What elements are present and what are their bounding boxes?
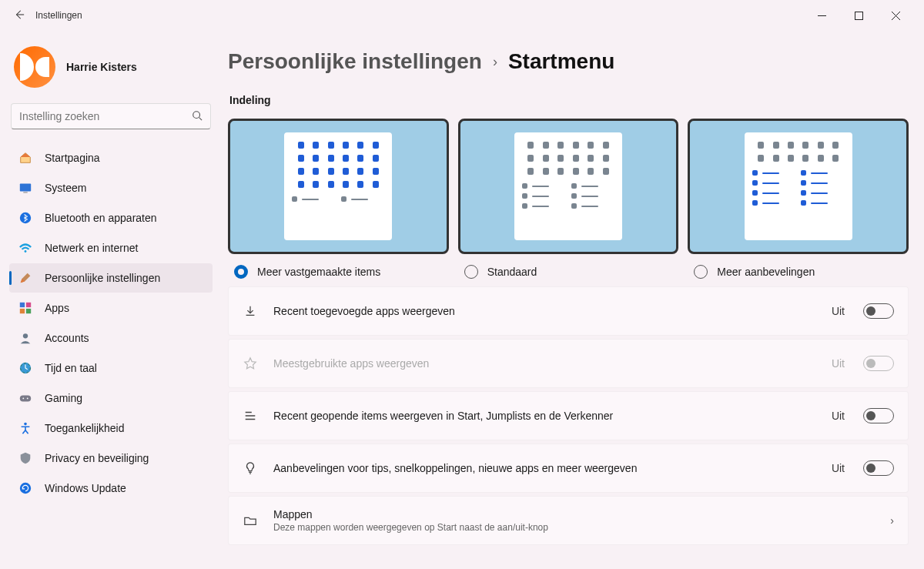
toggle-state: Uit — [832, 462, 845, 474]
nav-label: Tijd en taal — [45, 362, 97, 374]
layout-preview — [228, 119, 449, 254]
minimize-button[interactable] — [810, 4, 833, 27]
nav-accessibility[interactable]: Toegankelijkheid — [9, 413, 213, 443]
radio-icon — [234, 265, 248, 279]
row-recent-apps: Recent toegevoegde apps weergeven Uit — [228, 286, 909, 336]
nav-label: Toegankelijkheid — [45, 422, 125, 434]
folder-icon — [243, 514, 258, 527]
nav-bluetooth[interactable]: Bluetooth en apparaten — [9, 203, 213, 233]
chevron-right-icon: › — [493, 54, 497, 70]
nav-home[interactable]: Startpagina — [9, 143, 213, 172]
close-button[interactable] — [884, 4, 907, 27]
svg-point-17 — [20, 483, 31, 494]
bluetooth-icon — [18, 211, 32, 225]
search-icon — [192, 110, 203, 123]
toggle-state: Uit — [832, 305, 845, 317]
toggle[interactable] — [863, 303, 894, 319]
radio-label: Meer aanbevelingen — [717, 266, 815, 278]
user-block[interactable]: Harrie Kisters — [9, 38, 213, 103]
nav-label: Accounts — [45, 332, 89, 344]
nav-network[interactable]: Netwerk en internet — [9, 233, 213, 263]
row-recent-items: Recent geopende items weergeven in Start… — [228, 391, 909, 440]
page-title: Startmenu — [508, 49, 614, 74]
svg-rect-2 — [20, 184, 31, 192]
system-icon — [18, 181, 32, 195]
back-button[interactable] — [14, 9, 35, 22]
layout-preview — [688, 119, 909, 254]
svg-point-5 — [25, 250, 27, 253]
search-box[interactable] — [11, 103, 211, 129]
row-label: Recent geopende items weergeven in Start… — [273, 410, 816, 422]
nav-label: Startpagina — [45, 152, 100, 164]
radio-default[interactable]: Standaard — [458, 254, 679, 286]
nav-update[interactable]: Windows Update — [9, 474, 213, 503]
toggle[interactable] — [863, 408, 894, 423]
row-folders[interactable]: Mappen Deze mappen worden weergegeven op… — [228, 496, 909, 545]
accounts-icon — [18, 331, 32, 345]
svg-rect-9 — [26, 309, 31, 313]
nav-gaming[interactable]: Gaming — [9, 383, 213, 413]
layout-option-more-recommendations[interactable]: Meer aanbevelingen — [688, 119, 909, 286]
layout-option-more-pinned[interactable]: Meer vastgemaakte items — [228, 119, 449, 286]
breadcrumb: Persoonlijke instellingen › Startmenu — [228, 38, 909, 80]
titlebar: Instellingen — [0, 0, 924, 31]
toggle[interactable] — [863, 460, 894, 476]
nav-label: Privacy en beveiliging — [45, 452, 149, 464]
nav-label: Bluetooth en apparaten — [45, 212, 157, 224]
nav-label: Apps — [45, 302, 69, 314]
svg-rect-7 — [26, 303, 31, 307]
toggle-state: Uit — [832, 410, 845, 422]
nav-personalization[interactable]: Persoonlijke instellingen — [9, 263, 213, 293]
radio-more-recommendations[interactable]: Meer aanbevelingen — [688, 254, 909, 286]
accessibility-icon — [18, 421, 32, 435]
nav-apps[interactable]: Apps — [9, 293, 213, 323]
privacy-icon — [18, 451, 32, 465]
nav-label: Systeem — [45, 182, 86, 194]
lightbulb-icon — [243, 461, 258, 475]
svg-point-15 — [27, 398, 28, 400]
layout-option-default[interactable]: Standaard — [458, 119, 679, 286]
list-icon — [243, 409, 258, 423]
row-title: Mappen — [273, 508, 875, 520]
row-label: Aanbevelingen voor tips, snelkoppelingen… — [273, 462, 816, 474]
maximize-button[interactable] — [847, 4, 870, 27]
nav-label: Windows Update — [45, 482, 126, 494]
time-icon — [18, 361, 32, 375]
radio-more-pinned[interactable]: Meer vastgemaakte items — [228, 254, 449, 286]
nav: Startpagina Systeem Bluetooth en apparat… — [9, 143, 213, 503]
gaming-icon — [18, 391, 32, 405]
nav-accounts[interactable]: Accounts — [9, 323, 213, 353]
row-most-used-apps: Meestgebruikte apps weergeven Uit — [228, 339, 909, 388]
star-icon — [243, 356, 258, 370]
toggle — [863, 356, 894, 371]
svg-point-16 — [24, 423, 27, 426]
svg-rect-8 — [20, 309, 25, 313]
nav-label: Gaming — [45, 392, 82, 404]
radio-label: Meer vastgemaakte items — [257, 266, 380, 278]
search-input[interactable] — [19, 110, 192, 122]
svg-rect-0 — [855, 12, 862, 19]
section-label-layout: Indeling — [228, 80, 909, 109]
user-name: Harrie Kisters — [66, 61, 137, 73]
chevron-right-icon: › — [890, 514, 894, 527]
nav-privacy[interactable]: Privacy en beveiliging — [9, 443, 213, 473]
row-label: Recent toegevoegde apps weergeven — [273, 305, 816, 317]
apps-icon — [18, 301, 32, 315]
svg-rect-6 — [20, 303, 25, 307]
breadcrumb-parent[interactable]: Persoonlijke instellingen — [228, 49, 482, 74]
svg-rect-13 — [20, 395, 31, 401]
nav-time-language[interactable]: Tijd en taal — [9, 353, 213, 383]
update-icon — [18, 481, 32, 495]
svg-point-14 — [22, 398, 24, 400]
sidebar: Harrie Kisters Startpagina Systeem Bluet… — [0, 31, 222, 569]
window-controls — [810, 4, 916, 27]
nav-system[interactable]: Systeem — [9, 173, 213, 202]
svg-point-10 — [23, 333, 28, 338]
app-title: Instellingen — [35, 10, 82, 21]
layout-preview — [458, 119, 679, 254]
nav-label: Persoonlijke instellingen — [45, 272, 160, 284]
toggle-state: Uit — [832, 357, 845, 370]
radio-icon — [464, 265, 478, 279]
home-icon — [18, 151, 32, 165]
row-label: Meestgebruikte apps weergeven — [273, 357, 816, 370]
